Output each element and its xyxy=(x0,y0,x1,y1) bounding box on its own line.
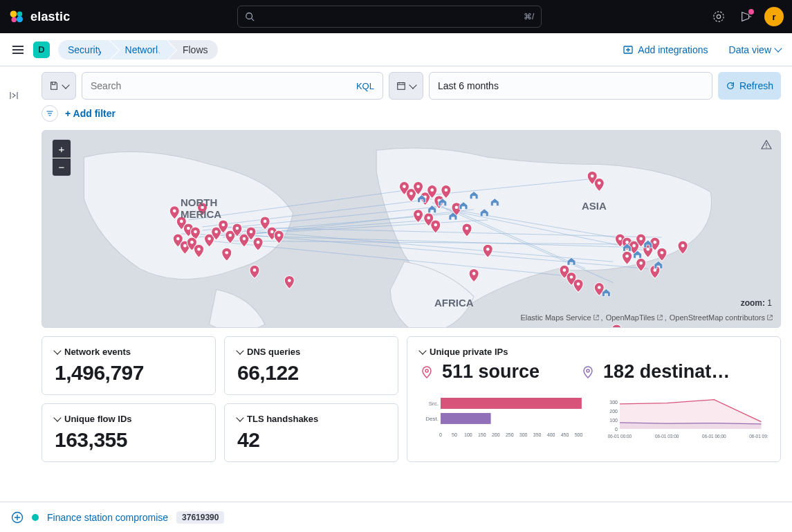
kql-search[interactable]: KQL xyxy=(82,72,383,100)
svg-point-33 xyxy=(201,205,204,209)
refresh-label: Refresh xyxy=(739,80,773,91)
saved-queries-button[interactable] xyxy=(42,72,76,100)
svg-point-61 xyxy=(427,217,430,220)
chevron-down-icon[interactable] xyxy=(236,414,243,421)
newsfeed-icon[interactable] xyxy=(737,7,756,26)
svg-point-77 xyxy=(563,268,567,272)
add-integrations-button[interactable]: Add integrations xyxy=(623,44,708,55)
svg-point-87 xyxy=(587,369,589,372)
data-view-button[interactable]: Data view xyxy=(729,44,781,55)
filter-options-icon[interactable] xyxy=(42,105,58,122)
svg-point-1 xyxy=(17,12,23,17)
svg-text:500: 500 xyxy=(575,432,583,437)
svg-point-48 xyxy=(197,248,201,251)
chevron-down-icon[interactable] xyxy=(53,347,61,354)
svg-point-73 xyxy=(661,251,664,255)
ip-bar-chart: Src.Dest.050100150200250300350400450500 xyxy=(420,396,586,445)
chevron-down-icon[interactable] xyxy=(53,414,61,421)
svg-point-41 xyxy=(257,241,260,244)
collapse-sidebar-icon[interactable] xyxy=(8,90,19,103)
warning-icon[interactable] xyxy=(761,139,772,152)
external-link-icon xyxy=(656,314,663,321)
svg-text:150: 150 xyxy=(478,432,486,437)
destination-pin-icon xyxy=(581,365,595,379)
svg-point-83 xyxy=(681,244,685,248)
space-badge[interactable]: D xyxy=(33,42,50,58)
source-count: 511 source xyxy=(442,361,540,383)
svg-point-56 xyxy=(430,188,434,192)
stat-value: 42 xyxy=(237,428,385,452)
global-search-wrap: ⌘/ xyxy=(70,6,709,28)
map-attribution: Elastic Maps Service , OpenMapTiles , Op… xyxy=(520,313,773,322)
data-view-label: Data view xyxy=(729,44,771,55)
network-map[interactable]: + − NORTH MERICA ASIA AFRICA zoom: 1 Ela… xyxy=(42,130,781,328)
search-input[interactable] xyxy=(91,80,356,91)
elastic-logo[interactable]: elastic xyxy=(8,8,70,25)
stat-label: Unique flow IDs xyxy=(64,414,132,424)
ip-area-chart: 010020030006-01 00:0006-01 03:0006-01 06… xyxy=(602,396,768,445)
svg-text:0: 0 xyxy=(439,432,442,437)
svg-point-66 xyxy=(598,181,601,185)
refresh-button[interactable]: Refresh xyxy=(718,72,781,100)
stat-value: 1,496,797 xyxy=(55,361,203,385)
add-filter-button[interactable]: + Add filter xyxy=(65,108,116,119)
stats-row: Network events 1,496,797 Unique flow IDs… xyxy=(30,328,792,470)
svg-point-79 xyxy=(577,282,580,286)
svg-point-60 xyxy=(416,213,420,217)
date-quick-select-button[interactable] xyxy=(389,72,423,100)
kql-badge[interactable]: KQL xyxy=(356,81,374,91)
timeline-footer: Finance station compromise 37619390 xyxy=(0,502,792,532)
svg-point-62 xyxy=(434,223,437,227)
user-avatar[interactable]: r xyxy=(764,7,784,26)
add-integrations-label: Add integrations xyxy=(638,44,708,55)
attrib-elastic[interactable]: Elastic Maps Service xyxy=(520,313,591,322)
svg-point-3 xyxy=(17,16,23,22)
svg-point-37 xyxy=(228,234,232,237)
svg-text:200: 200 xyxy=(492,432,500,437)
stat-label: TLS handshakes xyxy=(247,414,318,424)
global-search[interactable]: ⌘/ xyxy=(237,6,542,28)
source-pin-icon xyxy=(420,365,434,379)
svg-point-29 xyxy=(173,210,176,213)
svg-point-30 xyxy=(180,220,183,223)
svg-point-82 xyxy=(472,272,476,275)
svg-point-75 xyxy=(639,262,643,265)
svg-point-6 xyxy=(714,12,724,21)
svg-point-42 xyxy=(264,220,267,223)
svg-point-38 xyxy=(236,227,239,230)
breadcrumb-network[interactable]: Network xyxy=(113,40,170,59)
breadcrumb-security[interactable]: Security xyxy=(58,40,113,59)
date-range-display[interactable]: Last 6 months xyxy=(429,72,712,100)
svg-point-52 xyxy=(403,185,406,188)
add-timeline-icon[interactable] xyxy=(11,511,24,524)
timeline-id-badge: 37619390 xyxy=(176,511,224,524)
svg-text:300: 300 xyxy=(609,400,618,405)
svg-point-74 xyxy=(625,255,629,258)
timeline-title[interactable]: Finance station compromise xyxy=(47,512,168,523)
header-actions: r xyxy=(709,7,784,26)
external-link-icon xyxy=(766,314,773,321)
svg-point-46 xyxy=(183,244,187,248)
nav-toggle-icon[interactable] xyxy=(11,43,25,57)
zoom-out-button[interactable]: − xyxy=(53,158,71,176)
chevron-down-icon xyxy=(774,44,782,52)
search-shortcut: ⌘/ xyxy=(524,12,534,21)
help-icon[interactable] xyxy=(709,7,728,26)
svg-point-45 xyxy=(176,237,180,241)
svg-point-59 xyxy=(455,205,459,209)
chevron-down-icon[interactable] xyxy=(236,347,243,354)
calendar-icon xyxy=(396,81,406,91)
notification-dot xyxy=(748,9,754,15)
svg-text:06-01 06:00: 06-01 06:00 xyxy=(702,434,726,439)
zoom-in-button[interactable]: + xyxy=(53,140,71,158)
svg-point-58 xyxy=(445,188,448,192)
external-link-icon xyxy=(593,314,600,321)
attrib-openmaptiles[interactable]: OpenMapTiles xyxy=(606,313,655,322)
attrib-osm[interactable]: OpenStreetMap contributors xyxy=(670,313,765,322)
zoom-level: zoom: 1 xyxy=(741,298,772,308)
breadcrumb: Security Network Flows xyxy=(58,40,218,59)
svg-point-78 xyxy=(570,275,573,279)
chevron-down-icon[interactable] xyxy=(418,347,426,354)
integrations-icon xyxy=(623,44,634,55)
svg-text:350: 350 xyxy=(533,432,542,437)
